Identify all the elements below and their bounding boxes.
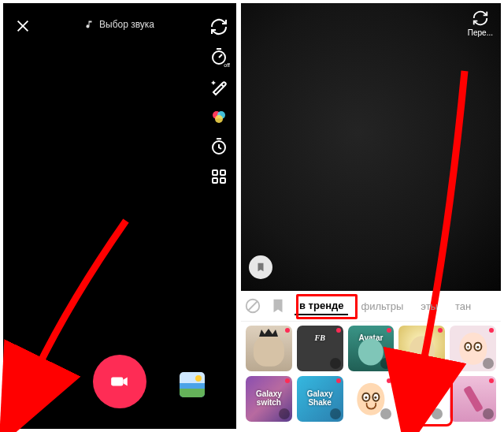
- flip-camera-button[interactable]: [209, 17, 228, 36]
- svg-point-3: [215, 115, 223, 123]
- tab-effects-partial[interactable]: эты: [416, 298, 443, 315]
- tab-trending[interactable]: в тренде: [295, 297, 348, 315]
- more-icon[interactable]: [209, 167, 228, 186]
- effect-devil-face[interactable]: [398, 376, 445, 422]
- sound-picker-label: Выбор звука: [99, 19, 154, 30]
- svg-rect-5: [213, 170, 217, 175]
- sound-picker[interactable]: Выбор звука: [85, 11, 154, 38]
- trident-icon: [417, 406, 428, 420]
- flip-label: Пере...: [468, 28, 493, 37]
- effects-panel: в тренде фильтры эты тан FB Avatar: [241, 291, 501, 429]
- bookmark-current-effect[interactable]: [249, 255, 272, 279]
- effects-button[interactable]: [14, 371, 46, 402]
- flip-icon: [472, 9, 489, 27]
- tab-none[interactable]: [244, 297, 261, 315]
- effect-face[interactable]: [348, 376, 395, 422]
- tab-tan-partial[interactable]: тан: [450, 298, 476, 315]
- effect-galaxy-shake[interactable]: Galaxy Shake: [297, 376, 343, 422]
- effect-avatar[interactable]: Avatar: [348, 326, 395, 371]
- tab-filters[interactable]: фильтры: [356, 298, 408, 315]
- flip-camera-button-right[interactable]: Пере...: [468, 9, 493, 37]
- video-camera-icon: [109, 371, 130, 392]
- beauty-icon[interactable]: [209, 77, 228, 96]
- music-note-icon: [85, 20, 94, 29]
- record-button[interactable]: [93, 355, 146, 408]
- effect-crown[interactable]: [246, 326, 292, 371]
- bookmark-icon: [255, 262, 266, 273]
- effects-face-icon: [19, 375, 41, 397]
- effects-grid: FB Avatar: [246, 326, 496, 424]
- effect-glow[interactable]: [398, 326, 445, 371]
- close-button[interactable]: [14, 17, 32, 35]
- svg-rect-6: [220, 170, 225, 175]
- timer-icon[interactable]: [209, 137, 228, 156]
- effect-ghost[interactable]: [450, 326, 496, 371]
- svg-rect-7: [213, 178, 217, 183]
- svg-rect-8: [220, 178, 225, 183]
- effect-galaxy-switch[interactable]: Galaxy switch: [246, 376, 292, 422]
- filters-icon[interactable]: [209, 107, 228, 126]
- speed-icon[interactable]: off: [209, 47, 228, 66]
- tab-favorites[interactable]: [269, 297, 287, 315]
- effect-lipstick[interactable]: [450, 376, 496, 422]
- gallery-button[interactable]: [180, 372, 205, 397]
- effect-fb[interactable]: FB: [297, 326, 343, 371]
